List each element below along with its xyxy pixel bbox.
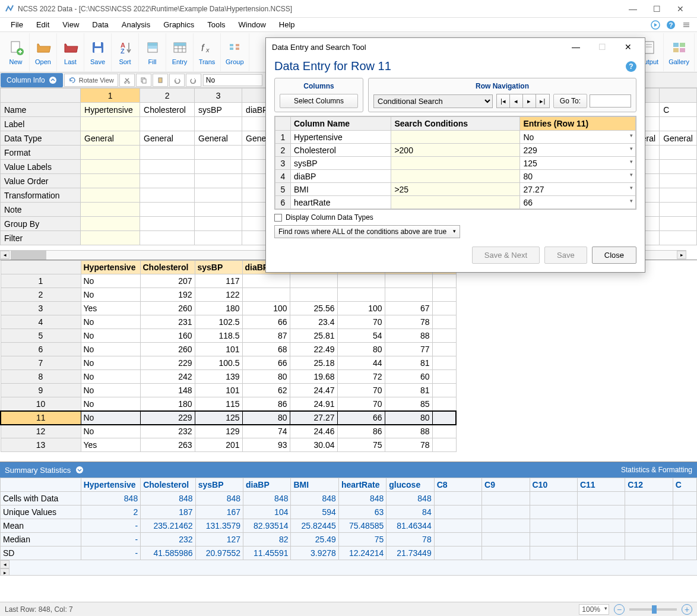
- modal-maximize-button[interactable]: ☐: [591, 40, 613, 54]
- goto-input[interactable]: [590, 94, 631, 108]
- paste-button[interactable]: [153, 74, 168, 87]
- summary-col-C10[interactable]: C10: [530, 478, 577, 492]
- modal-help-icon[interactable]: ?: [626, 61, 636, 72]
- nav-next-button[interactable]: ▸: [523, 94, 536, 108]
- play-icon[interactable]: [650, 19, 661, 31]
- gallery-button[interactable]: Gallery: [664, 33, 695, 71]
- summary-col-C[interactable]: C: [673, 478, 696, 492]
- table-row[interactable]: 9No1481016224.477081: [1, 384, 456, 397]
- zoom-out-button[interactable]: −: [614, 604, 625, 615]
- menu-analysis[interactable]: Analysis: [116, 19, 156, 30]
- column-info-toggle[interactable]: Column Info: [1, 73, 63, 87]
- modal-close-button[interactable]: ✕: [617, 40, 639, 54]
- copy-button[interactable]: [136, 74, 151, 87]
- save-button-modal[interactable]: Save: [544, 247, 587, 264]
- help-icon[interactable]: ?: [665, 19, 677, 31]
- summary-col-diaBP[interactable]: diaBP: [243, 478, 291, 492]
- nav-mode-select[interactable]: Conditional Search: [373, 94, 493, 108]
- modal-table[interactable]: Column Name Search Conditions Entries (R…: [274, 116, 636, 210]
- redo-button[interactable]: [186, 74, 201, 87]
- data-col-sysBP[interactable]: sysBP: [195, 261, 242, 274]
- close-button-modal[interactable]: Close: [592, 247, 636, 264]
- sort-button[interactable]: AZSort: [112, 33, 139, 71]
- summary-col-C8[interactable]: C8: [434, 478, 481, 492]
- nav-prev-button[interactable]: ◂: [510, 94, 523, 108]
- summary-col-C12[interactable]: C12: [625, 478, 673, 492]
- zoom-in-button[interactable]: +: [682, 604, 692, 615]
- table-row[interactable]: 7No229100.56625.184481: [1, 356, 456, 370]
- modal-row[interactable]: 4diaBP80: [275, 170, 636, 183]
- summary-col-BMI[interactable]: BMI: [291, 478, 338, 492]
- cell-entry-input[interactable]: [203, 74, 262, 86]
- col-header-2[interactable]: 2: [140, 89, 195, 103]
- select-columns-button[interactable]: Select Columns: [280, 94, 358, 108]
- table-row[interactable]: 4No231102.56623.47078: [1, 315, 456, 329]
- new-button[interactable]: New: [2, 33, 30, 71]
- statistics-formatting-link[interactable]: Statistics & Formatting: [621, 466, 692, 474]
- menu-view[interactable]: View: [56, 19, 85, 30]
- menu-data[interactable]: Data: [86, 19, 114, 30]
- last-button[interactable]: Last: [57, 33, 84, 71]
- table-row[interactable]: 10No1801158624.917085: [1, 397, 456, 411]
- modal-row[interactable]: 6heartRate66: [275, 196, 636, 209]
- modal-row[interactable]: 3sysBP125: [275, 157, 636, 170]
- menu-window[interactable]: Window: [233, 19, 272, 30]
- th-entries[interactable]: Entries (Row 11): [520, 117, 636, 131]
- minimize-button[interactable]: —: [621, 1, 645, 17]
- data-col-Hypertensive[interactable]: Hypertensive: [81, 261, 140, 274]
- nav-first-button[interactable]: |◂: [497, 94, 510, 108]
- maximize-button[interactable]: ☐: [645, 1, 669, 17]
- collapse-icon[interactable]: [75, 466, 84, 474]
- summary-col-C9[interactable]: C9: [482, 478, 530, 492]
- menu-tools[interactable]: Tools: [201, 19, 231, 30]
- table-row[interactable]: 1No207117: [1, 274, 456, 288]
- summary-col-Cholesterol[interactable]: Cholesterol: [141, 478, 195, 492]
- condition-mode-select[interactable]: Find rows where ALL of the conditions ab…: [274, 225, 460, 238]
- trans-button[interactable]: fxTrans: [194, 33, 221, 71]
- modal-row[interactable]: 2Cholesterol>200229: [275, 144, 636, 157]
- nav-last-button[interactable]: ▸|: [536, 94, 549, 108]
- rotate-view-button[interactable]: Rotate View: [64, 74, 118, 87]
- cut-button[interactable]: [119, 74, 135, 87]
- menu-edit[interactable]: Edit: [30, 19, 55, 30]
- summary-col-C11[interactable]: C11: [577, 478, 625, 492]
- table-row[interactable]: 2No192122: [1, 288, 456, 302]
- entry-button[interactable]: Entry: [166, 33, 194, 71]
- table-row[interactable]: 12No2321297424.468688: [1, 425, 456, 438]
- close-window-button[interactable]: ✕: [669, 1, 692, 17]
- goto-button[interactable]: Go To:: [553, 94, 587, 108]
- summary-col-sysBP[interactable]: sysBP: [195, 478, 243, 492]
- summary-grid[interactable]: HypertensiveCholesterolsysBPdiaBPBMIhear…: [0, 478, 697, 576]
- table-row[interactable]: 5No160118.58725.815488: [1, 329, 456, 343]
- modal-row[interactable]: 5BMI>2527.27: [275, 183, 636, 196]
- col-header-1[interactable]: 1: [81, 89, 140, 103]
- zoom-slider[interactable]: [629, 608, 677, 611]
- th-search-cond[interactable]: Search Conditions: [391, 117, 520, 131]
- table-row[interactable]: 11No2291258027.276680: [1, 411, 456, 425]
- summary-col-Hypertensive[interactable]: Hypertensive: [81, 478, 141, 492]
- table-row[interactable]: 3Yes26018010025.5610067: [1, 302, 456, 315]
- table-row[interactable]: 6No2601016822.498077: [1, 343, 456, 356]
- summary-col-glucose[interactable]: glucose: [386, 478, 434, 492]
- menu-graphics[interactable]: Graphics: [157, 19, 200, 30]
- save-next-button[interactable]: Save & Next: [472, 247, 540, 264]
- display-types-checkbox[interactable]: Display Column Data Types: [274, 213, 636, 222]
- col-header-3[interactable]: 3: [195, 89, 242, 103]
- modal-minimize-button[interactable]: —: [565, 40, 587, 54]
- data-grid[interactable]: HypertensiveCholesterolsysBPdiaBPBMIhear…: [0, 260, 697, 462]
- table-row[interactable]: 8No2421398019.687260: [1, 370, 456, 384]
- open-button[interactable]: Open: [30, 33, 57, 71]
- th-column-name[interactable]: Column Name: [291, 117, 391, 131]
- menu-help[interactable]: Help: [273, 19, 301, 30]
- table-row[interactable]: 13Yes2632019330.047578: [1, 438, 456, 452]
- menu-dropdown-icon[interactable]: [680, 19, 692, 31]
- col-header-13[interactable]: [660, 89, 697, 103]
- undo-button[interactable]: [169, 74, 185, 87]
- menu-file[interactable]: File: [5, 19, 29, 30]
- summary-col-heartRate[interactable]: heartRate: [338, 478, 386, 492]
- summary-hscroll[interactable]: ◂▸: [0, 560, 697, 576]
- modal-row[interactable]: 1HypertensiveNo: [275, 131, 636, 144]
- fill-button[interactable]: Fill: [139, 33, 166, 71]
- data-col-Cholesterol[interactable]: Cholesterol: [140, 261, 195, 274]
- zoom-select[interactable]: 100%: [579, 604, 609, 615]
